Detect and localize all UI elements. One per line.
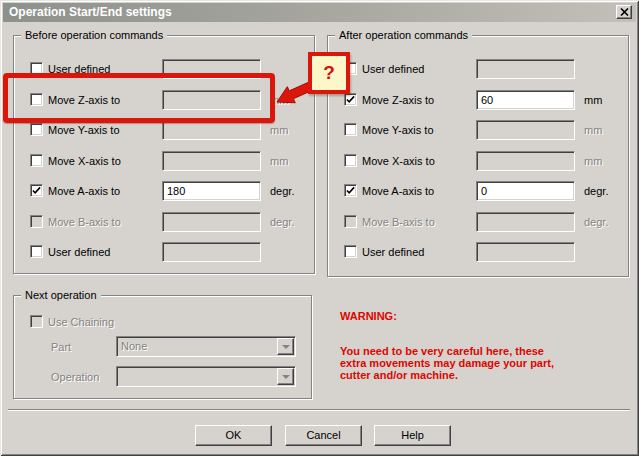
warning-heading: WARNING: xyxy=(340,310,625,322)
after-move-x-field xyxy=(476,151,575,171)
after-move-b-field xyxy=(476,212,575,232)
warning-body: You need to be very careful here, these … xyxy=(340,345,625,381)
button-divider xyxy=(8,409,630,411)
row-label: Move Y-axis to xyxy=(362,120,434,140)
part-label: Part xyxy=(51,341,71,353)
before-move-a-field[interactable]: 180 xyxy=(162,181,261,201)
close-button[interactable] xyxy=(616,5,632,19)
row-after-move-b: Move B-axis to degr. xyxy=(328,212,628,232)
use-chaining-label: Use Chaining xyxy=(48,312,114,332)
checkbox-after-move-b xyxy=(344,215,357,228)
unit-label: mm xyxy=(584,90,602,110)
row-before-move-y: Move Y-axis to mm xyxy=(14,120,314,140)
check-icon xyxy=(346,95,355,104)
row-before-move-x: Move X-axis to mm xyxy=(14,151,314,171)
after-group-title: After operation commands xyxy=(335,29,472,42)
row-label: Move B-axis to xyxy=(48,212,121,232)
after-move-y-field xyxy=(476,120,575,140)
checkbox-after-move-a[interactable] xyxy=(344,184,357,197)
row-before-user-defined-2: User defined xyxy=(14,242,314,262)
before-operation-group: Before operation commands User defined M… xyxy=(13,35,315,274)
next-operation-group: Next operation Use Chaining Part None Op… xyxy=(13,295,312,399)
next-operation-title: Next operation xyxy=(21,289,101,302)
row-label: Move Y-axis to xyxy=(48,120,120,140)
row-label: User defined xyxy=(362,59,424,79)
unit-label: mm xyxy=(270,120,288,140)
checkbox-before-user-defined-2[interactable] xyxy=(30,245,43,258)
unit-label: degr. xyxy=(584,212,608,232)
question-mark-callout: ? xyxy=(308,52,350,94)
checkbox-after-user-defined-2[interactable] xyxy=(344,245,357,258)
warning-text: WARNING: You need to be very careful her… xyxy=(340,310,625,381)
check-icon xyxy=(32,186,41,195)
row-label: Move X-axis to xyxy=(362,151,435,171)
window-title: Operation Start/End settings xyxy=(9,5,172,19)
checkbox-after-move-x[interactable] xyxy=(344,154,357,167)
checkbox-before-move-b xyxy=(30,215,43,228)
row-before-move-a: Move A-axis to 180 degr. xyxy=(14,181,314,201)
before-group-title: Before operation commands xyxy=(21,29,167,42)
row-label: User defined xyxy=(48,242,110,262)
row-label: Move A-axis to xyxy=(362,181,434,201)
part-dropdown: None xyxy=(116,336,296,357)
after-move-a-field[interactable]: 0 xyxy=(476,181,575,201)
row-before-move-b: Move B-axis to degr. xyxy=(14,212,314,232)
unit-label: degr. xyxy=(270,181,294,201)
row-label: Move Z-axis to xyxy=(362,90,434,110)
before-move-y-field xyxy=(162,120,261,140)
checkbox-before-move-x[interactable] xyxy=(30,154,43,167)
part-value: None xyxy=(121,340,147,352)
before-user-defined-2-field xyxy=(162,242,261,262)
cancel-button[interactable]: Cancel xyxy=(285,425,362,446)
before-move-x-field xyxy=(162,151,261,171)
warning-line: You need to be very careful here, these xyxy=(340,345,625,357)
part-dropdown-button xyxy=(277,338,294,355)
after-operation-group: After operation commands User defined Mo… xyxy=(327,35,629,277)
operation-label: Operation xyxy=(51,371,99,383)
warning-line: extra movements may damage your part, xyxy=(340,357,625,369)
row-label: User defined xyxy=(362,242,424,262)
after-user-defined-2-field xyxy=(476,242,575,262)
after-user-defined-1-field xyxy=(476,59,575,79)
chevron-down-icon xyxy=(282,345,290,349)
operation-dropdown-button xyxy=(277,368,294,385)
row-label: Move X-axis to xyxy=(48,151,121,171)
checkbox-after-move-y[interactable] xyxy=(344,123,357,136)
row-after-user-defined-1: User defined xyxy=(328,59,628,79)
help-button[interactable]: Help xyxy=(374,425,451,446)
checkbox-after-move-z[interactable] xyxy=(344,93,357,106)
row-after-move-a: Move A-axis to 0 degr. xyxy=(328,181,628,201)
row-after-move-y: Move Y-axis to mm xyxy=(328,120,628,140)
close-icon xyxy=(620,8,629,16)
question-mark-icon: ? xyxy=(323,62,335,84)
before-move-b-field xyxy=(162,212,261,232)
check-icon xyxy=(346,186,355,195)
checkbox-before-move-a[interactable] xyxy=(30,184,43,197)
row-after-user-defined-2: User defined xyxy=(328,242,628,262)
unit-label: mm xyxy=(584,151,602,171)
ok-button[interactable]: OK xyxy=(195,425,272,446)
unit-label: degr. xyxy=(270,212,294,232)
operation-dropdown xyxy=(116,366,296,387)
unit-label: mm xyxy=(584,120,602,140)
checkbox-use-chaining xyxy=(30,315,43,328)
row-label: Move B-axis to xyxy=(362,212,435,232)
dialog-operation-start-end-settings: Operation Start/End settings Before oper… xyxy=(0,0,639,456)
after-move-z-field[interactable]: 60 xyxy=(476,90,575,110)
checkbox-before-move-y[interactable] xyxy=(30,123,43,136)
highlight-rectangle xyxy=(3,73,275,123)
warning-line: cutter and/or machine. xyxy=(340,369,625,381)
unit-label: mm xyxy=(270,151,288,171)
chevron-down-icon xyxy=(282,375,290,379)
row-after-move-z: Move Z-axis to 60 mm xyxy=(328,90,628,110)
title-bar: Operation Start/End settings xyxy=(3,3,636,22)
row-label: Move A-axis to xyxy=(48,181,120,201)
unit-label: degr. xyxy=(584,181,608,201)
row-after-move-x: Move X-axis to mm xyxy=(328,151,628,171)
